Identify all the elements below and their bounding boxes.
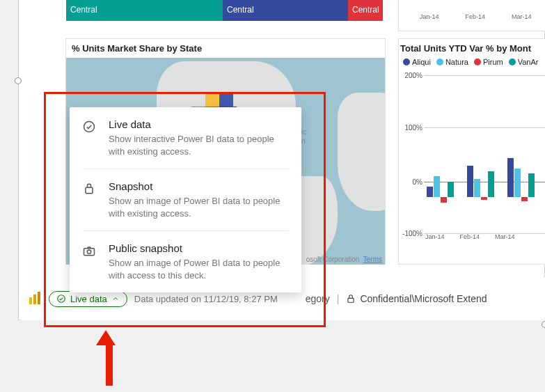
sensitivity-label[interactable]: Confidential\Microsoft Extend <box>346 293 487 304</box>
chart1-card: 0 Jan-14 Feb-14 Mar-14 <box>398 0 545 31</box>
menu-item-live-data[interactable]: Live data Show interactive Power BI data… <box>70 107 301 168</box>
camera-icon <box>82 244 97 281</box>
chart2-title: Total Units YTD Var % by Mont <box>399 39 545 58</box>
svg-point-8 <box>87 250 90 253</box>
chart2-xaxis: Jan-14 Feb-14 Mar-14 <box>425 233 515 240</box>
svg-rect-6 <box>86 187 93 193</box>
map-attribution: osoft Corporation Terms <box>306 256 382 263</box>
live-data-dropdown-button[interactable]: Live data <box>49 291 127 307</box>
legend-aliqui[interactable]: Aliqui <box>403 58 431 66</box>
svg-rect-0 <box>29 297 32 304</box>
svg-point-5 <box>84 122 95 132</box>
svg-point-3 <box>58 295 65 303</box>
chart1-xaxis: Jan-14 Feb-14 Mar-14 <box>420 13 532 20</box>
chart2-card[interactable]: Total Units YTD Var % by Mont Aliqui Nat… <box>398 38 545 265</box>
separator: | <box>337 293 340 304</box>
lock-icon <box>82 182 97 219</box>
resize-handle-left[interactable] <box>15 77 22 84</box>
menu-item-desc: Show an image of Power BI data to people… <box>109 195 289 219</box>
menu-item-title: Snapshot <box>109 180 289 192</box>
lock-icon <box>346 294 356 304</box>
svg-rect-2 <box>38 292 40 304</box>
resize-handle-right[interactable] <box>542 321 545 328</box>
menu-item-desc: Show an image of Power BI data to people… <box>109 257 289 281</box>
data-updated-text: Data updated on 11/12/19, 8:27 PM <box>134 294 278 304</box>
menu-item-title: Live data <box>109 118 289 130</box>
check-circle-icon <box>82 120 97 157</box>
check-circle-icon <box>56 294 66 304</box>
region-bar-b: Central <box>223 0 348 21</box>
filter-tail-text: egory <box>306 293 330 304</box>
annotation-arrow <box>102 330 116 386</box>
region-bar-c: Central <box>348 0 383 21</box>
powerbi-icon <box>28 292 42 306</box>
svg-rect-4 <box>348 298 354 302</box>
svg-rect-1 <box>33 295 36 304</box>
menu-item-desc: Show interactive Power BI data to people… <box>109 133 289 157</box>
top-legend-bars: Central Central Central <box>66 0 386 21</box>
map-title: % Units Market Share by State <box>66 39 385 58</box>
chart2-plot: 200% 100% 0% -100% Jan-14 Feb-14 Mar-14 <box>399 72 545 246</box>
chevron-up-icon <box>111 295 120 303</box>
chart2-legend: Aliqui Natura Pirum VanAr <box>399 58 545 66</box>
menu-item-public-snapshot[interactable]: Public snapshot Show an image of Power B… <box>82 230 289 292</box>
svg-rect-7 <box>84 249 95 256</box>
map-terms-link[interactable]: Terms <box>363 256 382 263</box>
legend-pirum[interactable]: Pirum <box>474 58 503 66</box>
legend-vanar[interactable]: VanAr <box>509 58 539 66</box>
menu-item-title: Public snapshot <box>109 242 289 254</box>
menu-item-snapshot[interactable]: Snapshot Show an image of Power BI data … <box>82 168 289 230</box>
legend-natura[interactable]: Natura <box>436 58 468 66</box>
region-bar-a: Central <box>66 0 223 21</box>
embed-mode-menu: Live data Show interactive Power BI data… <box>70 107 301 292</box>
